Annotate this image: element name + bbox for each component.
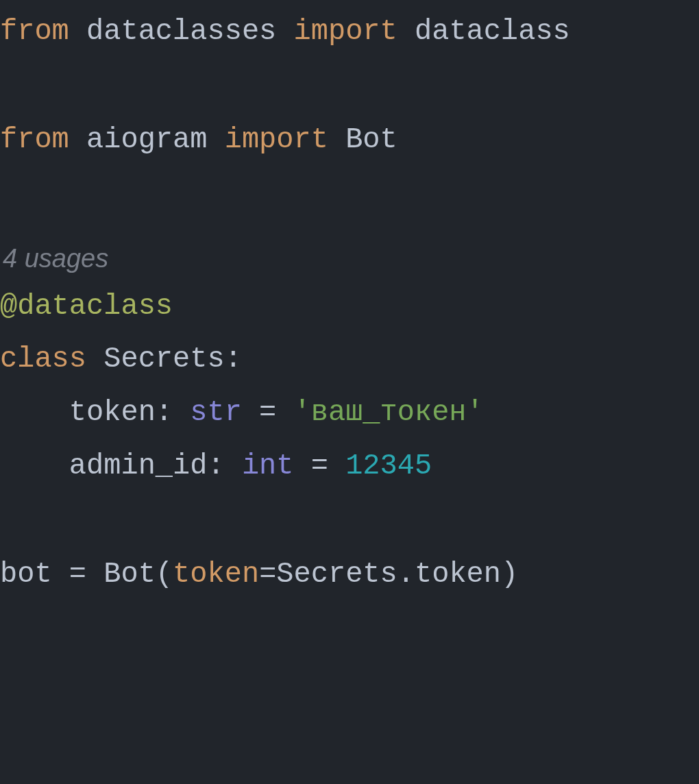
indent (0, 396, 69, 429)
class-name: Secrets (103, 343, 224, 376)
int-literal: 12345 (345, 450, 432, 482)
module-name: dataclasses (86, 15, 276, 48)
equals: = (52, 558, 104, 591)
import-name: Bot (345, 123, 397, 156)
decorator: @dataclass (0, 290, 173, 323)
keyword-from: from (0, 123, 69, 156)
blank-line (0, 493, 699, 548)
code-line-decorator: @dataclass (0, 280, 699, 334)
code-line-field-token: token: str = 'ваш_токен' (0, 387, 699, 440)
equals: = (242, 396, 294, 429)
paren-close: ) (501, 558, 518, 591)
import-name: dataclass (415, 15, 570, 48)
colon: : (225, 343, 242, 376)
code-line-bot-assign: bot = Bot(token=Secrets.token) (0, 548, 699, 602)
keyword-import: import (294, 15, 397, 48)
kwarg-name: token (173, 558, 259, 591)
code-line-import-2: from aiogram import Bot (0, 114, 699, 167)
variable-name: bot (0, 558, 52, 591)
colon: : (156, 396, 190, 429)
colon: : (207, 450, 241, 482)
string-literal: 'ваш_токен' (294, 396, 484, 429)
field-name: token (69, 396, 156, 429)
equals: = (259, 558, 276, 591)
keyword-class: class (0, 343, 86, 376)
module-name: aiogram (86, 123, 207, 156)
code-line-class-def: class Secrets: (0, 333, 699, 387)
blank-line (0, 167, 699, 221)
paren-open: ( (156, 558, 173, 591)
code-line-import-1: from dataclasses import dataclass (0, 5, 699, 59)
keyword-from: from (0, 15, 69, 48)
indent (0, 450, 69, 482)
type-annotation: str (190, 396, 242, 429)
expression: Secrets.token (276, 558, 501, 591)
callable: Bot (103, 558, 156, 591)
equals: = (294, 450, 346, 482)
usages-hint[interactable]: 4 usages (0, 221, 699, 280)
code-line-field-admin: admin_id: int = 12345 (0, 440, 699, 493)
field-name: admin_id (69, 450, 208, 482)
blank-line (0, 59, 699, 114)
keyword-import: import (225, 123, 328, 156)
type-annotation: int (242, 450, 294, 482)
